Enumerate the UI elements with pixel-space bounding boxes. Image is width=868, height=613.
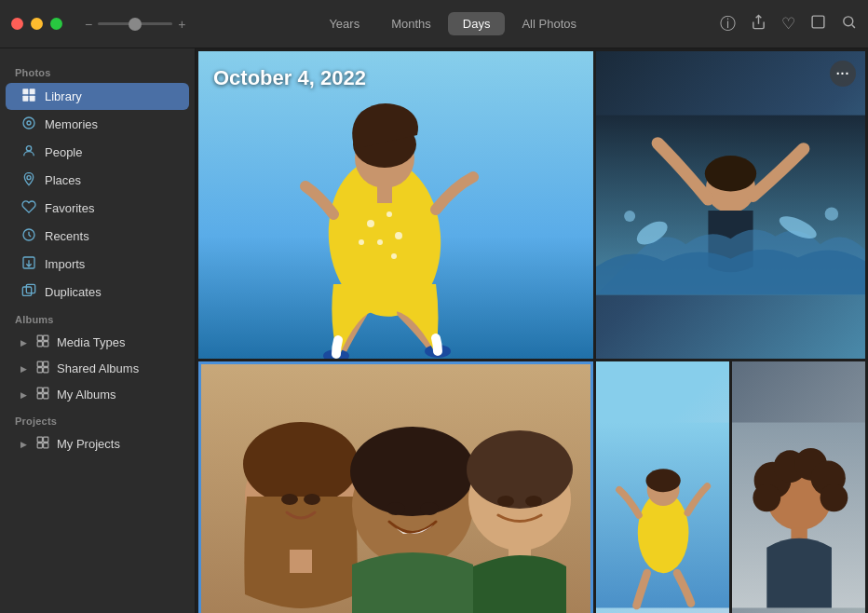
svg-rect-25	[44, 394, 48, 399]
svg-point-68	[304, 494, 320, 505]
svg-point-65	[243, 422, 359, 506]
recents-icon	[20, 227, 37, 245]
svg-point-8	[26, 146, 31, 151]
svg-rect-2	[22, 89, 28, 94]
photo-top-right[interactable]: ···	[596, 51, 865, 359]
memories-label: Memories	[45, 117, 98, 131]
slider-thumb[interactable]	[129, 18, 142, 31]
more-options-button[interactable]: ···	[830, 61, 856, 87]
zoom-slider[interactable]: − +	[85, 17, 185, 32]
sidebar-item-places[interactable]: Places	[6, 167, 189, 194]
media-types-icon	[36, 334, 49, 350]
svg-point-7	[27, 121, 31, 125]
people-icon	[20, 143, 37, 161]
heart-icon[interactable]: ♡	[781, 14, 795, 34]
library-icon	[20, 88, 37, 105]
svg-rect-21	[44, 368, 48, 373]
svg-rect-14	[37, 335, 42, 340]
sidebar-item-media-types[interactable]: ▶ Media Types	[6, 330, 189, 355]
svg-rect-0	[812, 16, 824, 28]
svg-rect-23	[44, 388, 48, 392]
sidebar-item-my-projects[interactable]: ▶ My Projects	[6, 431, 189, 456]
crop-icon[interactable]	[810, 14, 826, 34]
favorites-icon	[20, 199, 37, 217]
duplicates-icon	[20, 283, 37, 301]
sidebar-item-imports[interactable]: Imports	[6, 251, 189, 278]
zoom-plus-icon[interactable]: +	[178, 17, 185, 32]
albums-section-label: Albums	[0, 306, 195, 329]
svg-point-6	[23, 117, 34, 129]
close-button[interactable]	[11, 18, 23, 30]
shared-albums-label: Shared Albums	[57, 361, 139, 375]
titlebar: − + Years Months Days All Photos ⓘ ♡	[0, 0, 868, 48]
expand-arrow-my-albums: ▶	[20, 390, 27, 400]
svg-point-71	[387, 502, 405, 515]
search-icon[interactable]	[841, 14, 857, 34]
sidebar-item-favorites[interactable]: Favorites	[6, 195, 189, 222]
my-albums-icon	[36, 387, 49, 402]
info-icon[interactable]: ⓘ	[720, 13, 736, 34]
sidebar-item-shared-albums[interactable]: ▶ Shared Albums	[6, 356, 189, 381]
tab-all-photos[interactable]: All Photos	[507, 12, 591, 35]
library-label: Library	[45, 89, 82, 103]
minimize-button[interactable]	[31, 18, 43, 30]
svg-rect-28	[37, 443, 42, 448]
svg-point-61	[753, 484, 780, 511]
sidebar-item-my-albums[interactable]: ▶ My Albums	[6, 382, 189, 407]
svg-rect-3	[30, 89, 35, 94]
svg-rect-5	[30, 96, 35, 102]
svg-point-49	[825, 207, 838, 220]
photo-mid-right-b[interactable]	[732, 361, 865, 613]
sidebar-item-people[interactable]: People	[6, 139, 189, 166]
photo-selfie[interactable]	[198, 361, 593, 613]
main-content: Photos Library Memories People Places	[0, 48, 868, 613]
sidebar-item-memories[interactable]: Memories	[6, 111, 189, 138]
svg-point-76	[525, 496, 542, 507]
svg-point-60	[821, 484, 848, 511]
photo-art-main	[198, 51, 593, 359]
photos-section-label: Photos	[0, 60, 195, 82]
traffic-lights	[11, 18, 62, 30]
svg-rect-24	[37, 394, 42, 399]
favorites-label: Favorites	[45, 201, 94, 215]
photo-main[interactable]: October 4, 2022	[198, 51, 593, 359]
svg-point-36	[359, 239, 364, 245]
imports-icon	[20, 255, 37, 273]
svg-point-34	[377, 239, 383, 245]
photo-mid-right-a[interactable]	[596, 361, 729, 613]
share-icon[interactable]	[751, 14, 766, 34]
projects-section-label: Projects	[0, 408, 195, 430]
svg-point-74	[467, 430, 573, 509]
recents-label: Recents	[45, 229, 89, 243]
expand-arrow-shared: ▶	[20, 364, 27, 374]
svg-point-75	[497, 496, 514, 507]
sidebar-item-recents[interactable]: Recents	[6, 223, 189, 250]
svg-point-32	[367, 220, 374, 227]
sidebar: Photos Library Memories People Places	[0, 48, 196, 613]
places-label: Places	[45, 173, 81, 187]
tab-years[interactable]: Years	[314, 12, 374, 35]
my-projects-label: My Projects	[57, 437, 120, 451]
photo-art-selfie	[198, 361, 593, 613]
slider-track[interactable]	[98, 22, 172, 25]
toolbar-actions: ⓘ ♡	[720, 13, 857, 34]
svg-point-9	[27, 176, 31, 180]
my-albums-label: My Albums	[57, 388, 116, 402]
duplicates-label: Duplicates	[45, 285, 102, 299]
view-tabs: Years Months Days All Photos	[185, 12, 720, 35]
zoom-minus-icon[interactable]: −	[85, 17, 92, 32]
photo-area[interactable]: October 4, 2022	[196, 48, 868, 613]
photo-art-portrait	[732, 361, 865, 613]
tab-months[interactable]: Months	[376, 12, 446, 35]
tab-days[interactable]: Days	[448, 12, 506, 35]
my-projects-icon	[36, 436, 49, 452]
svg-rect-15	[44, 335, 48, 340]
maximize-button[interactable]	[50, 18, 62, 30]
sidebar-item-library[interactable]: Library	[6, 83, 189, 110]
imports-label: Imports	[45, 257, 85, 271]
svg-point-33	[387, 211, 392, 217]
svg-point-35	[395, 232, 402, 239]
sidebar-item-duplicates[interactable]: Duplicates	[6, 279, 189, 306]
svg-rect-27	[44, 437, 48, 442]
svg-point-53	[645, 469, 680, 492]
